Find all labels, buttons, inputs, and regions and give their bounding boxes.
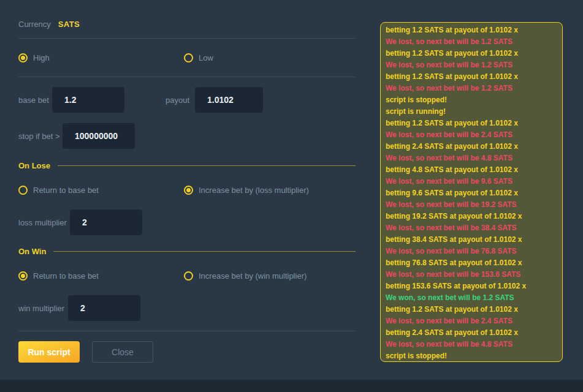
radio-win-increase-bet[interactable]: Increase bet by (win multiplier) [184, 271, 307, 281]
radio-label: Return to base bet [33, 186, 99, 195]
action-buttons-row: Run script Close [18, 341, 356, 363]
on-lose-title: On Lose [18, 161, 50, 170]
script-settings-panel: Currency SATS High Low base bet payout s… [18, 0, 356, 363]
radio-lose-increase-bet[interactable]: Increase bet by (loss multiplier) [184, 186, 309, 195]
radio-low[interactable]: Low [184, 53, 213, 62]
radio-label: Return to base bet [33, 271, 99, 281]
log-line: betting 1.2 SATS at payout of 1.0102 x [386, 24, 557, 36]
log-line: script is running! [386, 106, 557, 118]
log-line: script is stopped! [386, 350, 557, 362]
log-line: We lost, so next bet will be 1.2 SATS [386, 59, 557, 71]
log-line: betting 9.6 SATS at payout of 1.0102 x [386, 187, 557, 199]
on-lose-section-header: On Lose [18, 160, 356, 171]
log-line: We lost, so next bet will be 38.4 SATS [386, 222, 557, 234]
radio-high[interactable]: High [18, 53, 184, 62]
radio-lose-return-to-base[interactable]: Return to base bet [18, 186, 184, 195]
stop-if-bet-row: stop if bet > [18, 123, 356, 149]
radio-win-return-to-base[interactable]: Return to base bet [18, 271, 184, 281]
radio-icon[interactable] [18, 271, 28, 281]
log-line: betting 1.2 SATS at payout of 1.0102 x [386, 118, 557, 129]
log-line: betting 1.2 SATS at payout of 1.0102 x [386, 304, 557, 315]
radio-high-label: High [33, 53, 50, 62]
log-line: betting 1.2 SATS at payout of 1.0102 x [386, 71, 557, 83]
dice-script-dialog: { "panel": { "currency_label": "Currency… [0, 0, 583, 392]
log-line: betting 153.6 SATS at payout of 1.0102 x [386, 281, 557, 292]
log-line: We won, so next bet will be 1.2 SATS [386, 292, 557, 304]
log-line: betting 2.4 SATS at payout of 1.0102 x [386, 141, 557, 153]
currency-row: Currency SATS [18, 19, 356, 29]
on-win-title: On Win [18, 247, 46, 256]
log-line: We lost, so next bet will be 4.8 SATS [386, 339, 557, 350]
log-line: script is stopped! [386, 94, 557, 106]
run-script-button[interactable]: Run script [18, 341, 80, 363]
currency-label: Currency [18, 20, 51, 29]
stop-if-bet-input[interactable] [63, 123, 135, 149]
base-bet-label: base bet [18, 96, 52, 105]
log-line: betting 1.2 SATS at payout of 1.0102 x [386, 48, 557, 59]
win-multiplier-label: win multiplier [18, 304, 68, 313]
log-line: We lost, so next bet will be 19.2 SATS [386, 199, 557, 211]
footer-strip [0, 380, 583, 392]
log-line: We lost, so next bet will be 1.2 SATS [386, 83, 557, 94]
log-line: We lost, so next bet will be 9.6 SATS [386, 176, 557, 187]
radio-icon[interactable] [184, 53, 193, 62]
on-win-section-header: On Win [18, 246, 356, 257]
log-line: betting 4.8 SATS at payout of 1.0102 x [386, 164, 557, 176]
direction-radio-group: High Low [18, 53, 356, 62]
log-line: betting 38.4 SATS at payout of 1.0102 x [386, 234, 557, 246]
divider [18, 77, 356, 77]
on-win-radio-group: Return to base bet Increase bet by (win … [18, 271, 356, 281]
base-bet-input[interactable] [52, 87, 124, 113]
loss-multiplier-row: loss multiplier [18, 209, 356, 235]
radio-icon[interactable] [18, 186, 28, 195]
radio-icon[interactable] [184, 186, 193, 195]
divider [18, 38, 356, 39]
base-bet-payout-row: base bet payout [18, 87, 356, 113]
log-line: We lost, so next bet will be 153.6 SATS [386, 269, 557, 281]
log-line: We lost, so next bet will be 76.8 SATS [386, 246, 557, 257]
script-log-console[interactable]: betting 1.2 SATS at payout of 1.0102 xWe… [380, 22, 563, 362]
log-line: betting 76.8 SATS at payout of 1.0102 x [386, 257, 557, 269]
log-line: We lost, so next bet will be 4.8 SATS [386, 153, 557, 164]
stop-if-bet-label: stop if bet > [18, 132, 63, 141]
win-multiplier-input[interactable] [68, 295, 140, 321]
radio-label: Increase bet by (loss multiplier) [199, 186, 309, 195]
on-lose-radio-group: Return to base bet Increase bet by (loss… [18, 185, 356, 195]
radio-icon[interactable] [184, 271, 193, 281]
divider [18, 331, 356, 331]
close-button[interactable]: Close [92, 341, 153, 363]
payout-input[interactable] [195, 87, 263, 113]
radio-label: Increase bet by (win multiplier) [199, 271, 307, 281]
log-line: We lost, so next bet will be 2.4 SATS [386, 129, 557, 141]
section-rule [58, 165, 356, 166]
log-line: betting 2.4 SATS at payout of 1.0102 x [386, 327, 557, 339]
loss-multiplier-label: loss multiplier [18, 218, 70, 227]
log-line: We lost, so next bet will be 1.2 SATS [386, 36, 557, 48]
log-line: betting 19.2 SATS at payout of 1.0102 x [386, 211, 557, 222]
currency-value[interactable]: SATS [58, 20, 80, 29]
radio-icon[interactable] [18, 53, 28, 62]
win-multiplier-row: win multiplier [18, 295, 356, 321]
log-line: We lost, so next bet will be 2.4 SATS [386, 315, 557, 327]
radio-low-label: Low [199, 53, 213, 62]
loss-multiplier-input[interactable] [70, 209, 142, 235]
payout-label: payout [166, 96, 189, 105]
section-rule [53, 251, 356, 252]
